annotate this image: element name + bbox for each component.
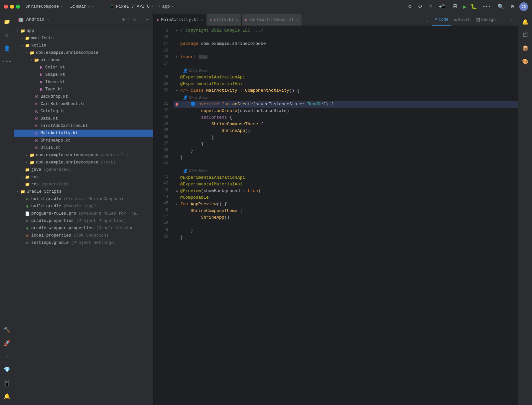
tree-item-shape-kt[interactable]: KShape.kt (14, 71, 153, 78)
tab-close-main[interactable]: ✕ (200, 18, 203, 22)
line-gutter[interactable]: ▸ (174, 27, 180, 34)
tree-item-data-kt[interactable]: KData.kt (14, 115, 153, 122)
tab-overflow-button[interactable]: ⋮ (424, 17, 432, 23)
line-gutter[interactable]: ▸ (174, 87, 180, 94)
author-hint: 👤Chris Sinco (180, 94, 518, 101)
tree-item-com-example-shrinecompose[interactable]: ▾📁com.example.shrinecompose (14, 49, 153, 56)
resource-manager-button[interactable]: 📦 (519, 43, 531, 54)
device-dropdown-icon[interactable]: ▾ (151, 5, 153, 9)
tree-item-manifests[interactable]: ▸📁manifests (14, 35, 153, 42)
device-manager-icon[interactable]: 📲 (438, 3, 447, 11)
tree-icon-kt: K (39, 72, 44, 77)
device-selector[interactable]: 📱 Pixel 7 API U ▾ (110, 4, 153, 9)
tree-icon-kt: K (34, 131, 39, 136)
code-line: } (174, 154, 518, 161)
minimize-button[interactable] (10, 5, 14, 9)
tree-item-app[interactable]: ▾📁app (14, 27, 153, 35)
tree-item-theme-kt[interactable]: KTheme.kt (14, 78, 153, 86)
editor-content: 1161718192728293031323334353637383940414… (154, 26, 518, 405)
design-view-button[interactable]: 🖼 Design (473, 14, 498, 26)
makefile-icon[interactable]: ⚙ (407, 3, 413, 11)
app-dropdown-icon[interactable]: ▾ (171, 5, 173, 9)
tab-close-cart[interactable]: ✕ (296, 18, 299, 22)
tree-item-gradle-properties[interactable]: ⚙gradle.properties (Project Properties) (14, 217, 153, 225)
close-panel-button[interactable]: ✕ (132, 16, 136, 23)
tree-item-firstaddcartitem-kt[interactable]: KFirstAddCartItem.kt (14, 122, 153, 130)
avd-icon[interactable]: 🖥 (451, 3, 459, 10)
tree-item-ui-theme[interactable]: ▾📂ui.theme (14, 56, 153, 64)
tree-item-gradle-scripts[interactable]: ▾📁Gradle Scripts (14, 188, 153, 195)
code-view-button[interactable]: ≡ Code (432, 14, 451, 26)
editor-more-button[interactable]: ⋮ (499, 17, 507, 23)
deploy-button[interactable]: 🚀 (1, 337, 13, 349)
tree-item-build-gradle-project[interactable]: ⚙build.gradle (Project: ShrineCompose) (14, 195, 153, 203)
tab-utils[interactable]: K Utils.kt ✕ (206, 14, 242, 26)
line-gutter[interactable]: ▸ (174, 54, 180, 60)
terminal-button[interactable]: 🔔 (1, 390, 13, 402)
split-view-button[interactable]: ⊞ Split (452, 14, 472, 26)
tree-item-local-properties[interactable]: ⚙local.properties (SDK Location) (14, 232, 153, 239)
collapse-all-button[interactable]: ⬆ (127, 16, 131, 23)
more-panel-actions-button[interactable]: ⋮ (138, 16, 144, 23)
tree-item-res-generated[interactable]: 📁res (generated) (14, 181, 153, 188)
tree-item-utils-kt[interactable]: KUtils.kt (14, 144, 153, 152)
device-explorer-button[interactable]: 📱 (1, 377, 13, 389)
code-line: ▸/ Copyright 2022 Google LLC .../ (174, 27, 518, 34)
version-control-button[interactable]: ⚙ (1, 29, 13, 41)
commit-button[interactable]: 👤 (1, 43, 13, 54)
line-gutter[interactable]: ▸ (174, 201, 180, 208)
tab-cartbottomsheet[interactable]: K CartBottomSheet.kt ✕ (242, 14, 302, 26)
sync-project-button[interactable]: ⊕ (121, 16, 125, 23)
project-name[interactable]: ShrineCompose ▾ (25, 4, 62, 9)
tree-item-com-example-shrinecompose-androidt[interactable]: ▸📁com.example.shrinecompose (androidT…) (14, 152, 153, 159)
tree-item-backdrop-kt[interactable]: KBackdrop.kt (14, 93, 153, 100)
sync-icon[interactable]: ⟳ (417, 3, 424, 11)
branch-selector[interactable]: ⎇ main ↗ ▾ (70, 4, 93, 9)
run-button[interactable]: ▶ (463, 3, 466, 10)
search-icon[interactable]: 🔍 (496, 3, 505, 11)
project-dropdown-icon[interactable]: ▾ (60, 5, 62, 9)
more-tools-button[interactable]: ••• (1, 56, 13, 68)
panel-dropdown-icon[interactable]: ▾ (47, 18, 49, 22)
tree-item-res[interactable]: ▸📁res (14, 173, 153, 181)
tree-item-com-example-shrinecompose-test[interactable]: ▸📁com.example.shrinecompose (test) (14, 159, 153, 166)
tab-mainactivity[interactable]: K MainActivity.kt ✕ (154, 14, 206, 26)
tree-item-mainactivity-kt[interactable]: KMainActivity.kt (14, 130, 153, 137)
run-tasks-icon[interactable]: ≡ (428, 3, 434, 10)
tree-item-catalog-kt[interactable]: KCatalog.kt (14, 108, 153, 115)
line-gutter[interactable]: ⚙ (174, 188, 180, 194)
tree-item-settings-gradle[interactable]: ⚙settings.gradle (Project Settings) (14, 239, 153, 247)
tree-label: ui.theme (41, 58, 61, 62)
line-gutter[interactable] (174, 103, 180, 106)
tree-item-java-generated[interactable]: ▸📁java (generated) (14, 166, 153, 173)
debug-button[interactable]: 🐛 (470, 3, 477, 10)
branch-dropdown-icon[interactable]: ▾ (91, 5, 93, 9)
tree-item-color-kt[interactable]: KColor.kt (14, 64, 153, 71)
code-line: 👤Chris Sinco (174, 167, 518, 174)
tree-item-cartbottomsheet-kt[interactable]: KCartBottomSheet.kt (14, 100, 153, 108)
project-tool-button[interactable]: 📁 (1, 16, 13, 28)
close-button[interactable] (4, 5, 8, 9)
tab-close-utils[interactable]: ✕ (236, 18, 238, 22)
code-editor[interactable]: ▸/ Copyright 2022 Google LLC .../package… (171, 26, 518, 405)
notifications-button[interactable]: 🔔 (519, 16, 531, 28)
palette-button[interactable]: 🎨 (519, 56, 531, 68)
logcat-button[interactable]: ⚠ (1, 351, 13, 362)
more-actions-icon[interactable]: ••• (481, 3, 492, 10)
app-selector[interactable]: ⚡ app ▾ (158, 4, 173, 9)
tree-item-build-gradle-module[interactable]: ⚙build.gradle (Module :app) (14, 203, 153, 210)
tree-icon-kt: K (34, 116, 39, 121)
profile-avatar[interactable]: CS (519, 2, 528, 11)
tree-item-type-kt[interactable]: KType.kt (14, 86, 153, 93)
maximize-button[interactable] (16, 5, 20, 9)
tree-item-proguard-rules-pro[interactable]: 📄proguard-rules.pro (ProGuard Rules for … (14, 210, 153, 217)
build-variants-button[interactable]: 🔨 (1, 324, 13, 336)
tree-item-kotlin[interactable]: ▾📁kotlin (14, 42, 153, 49)
tree-item-gradle-wrapper-properties[interactable]: ⚙gradle-wrapper.properties (Gradle Versi… (14, 225, 153, 232)
settings-icon[interactable]: ⚙ (509, 3, 515, 11)
layout-preview-button[interactable]: 🖼 (519, 29, 531, 41)
tree-item-shrineapp-kt[interactable]: KShrineApp.kt (14, 137, 153, 144)
minimize-panel-button[interactable]: — (145, 16, 149, 23)
code-content: / Copyright 2022 Google LLC .../ (180, 27, 518, 34)
profiler-button[interactable]: 💎 (1, 364, 13, 376)
